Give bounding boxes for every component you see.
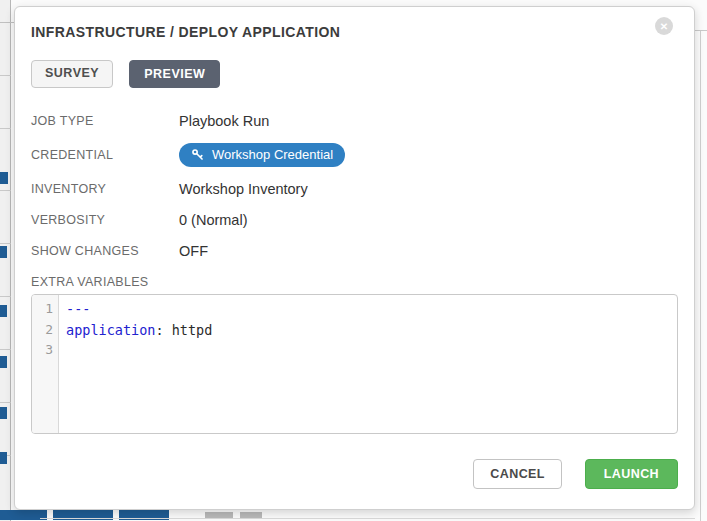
backdrop-link-fragment <box>0 172 8 184</box>
yaml-document-marker: --- <box>66 301 90 317</box>
line-number: 2 <box>32 320 53 341</box>
close-icon[interactable] <box>655 17 673 35</box>
backdrop-row-divider <box>0 349 11 350</box>
field-label: INVENTORY <box>31 182 179 196</box>
launch-button[interactable]: LAUNCH <box>585 459 678 489</box>
backdrop-left-table-edge <box>0 0 11 521</box>
extra-variables-editor[interactable]: 1 2 3 --- application: httpd <box>31 294 678 434</box>
credential-chip-label: Workshop Credential <box>212 147 333 162</box>
editor-code-area[interactable]: --- application: httpd <box>59 295 677 433</box>
credential-chip[interactable]: Workshop Credential <box>179 143 345 167</box>
backdrop-link-fragment <box>0 356 7 368</box>
modal-footer: CANCEL LAUNCH <box>31 459 678 489</box>
backdrop-row-divider <box>0 22 14 23</box>
field-value: 0 (Normal) <box>179 212 247 228</box>
cancel-button[interactable]: CANCEL <box>473 459 561 489</box>
modal-title: INFRASTRUCTURE / DEPLOY APPLICATION <box>31 22 678 40</box>
backdrop-row-divider <box>40 518 695 519</box>
code-line: application: httpd <box>66 320 677 341</box>
tab-survey[interactable]: SURVEY <box>31 60 113 88</box>
field-row-job-type: JOB TYPE Playbook Run <box>31 105 678 136</box>
field-row-verbosity: VERBOSITY 0 (Normal) <box>31 204 678 235</box>
field-label: JOB TYPE <box>31 114 179 128</box>
field-label: SHOW CHANGES <box>31 244 179 258</box>
code-line: --- <box>66 299 677 320</box>
field-row-inventory: INVENTORY Workshop Inventory <box>31 173 678 204</box>
field-label: CREDENTIAL <box>31 148 179 162</box>
backdrop-row-divider <box>0 402 11 403</box>
extra-variables-label: EXTRA VARIABLES <box>31 275 678 289</box>
field-row-credential: CREDENTIAL Workshop Credential <box>31 136 678 173</box>
backdrop-row-divider <box>0 75 11 76</box>
tab-preview[interactable]: PREVIEW <box>129 60 220 88</box>
line-number: 1 <box>32 299 53 320</box>
field-value: OFF <box>179 243 208 259</box>
yaml-value: : httpd <box>155 322 212 338</box>
key-icon <box>191 148 204 161</box>
backdrop-row-divider <box>695 30 707 31</box>
backdrop-link-fragment <box>0 407 7 419</box>
line-number: 3 <box>32 340 53 361</box>
yaml-key: application <box>66 322 155 338</box>
backdrop-link-fragment <box>0 305 7 317</box>
field-value: Playbook Run <box>179 113 269 129</box>
backdrop-row-divider <box>0 190 11 191</box>
modal-tabs: SURVEY PREVIEW <box>31 60 678 88</box>
deploy-application-modal: INFRASTRUCTURE / DEPLOY APPLICATION SURV… <box>14 6 695 510</box>
field-label: VERBOSITY <box>31 213 179 227</box>
backdrop-row-divider <box>0 128 11 129</box>
backdrop-row-divider <box>0 243 11 244</box>
backdrop-link-fragment <box>0 246 7 258</box>
field-row-show-changes: SHOW CHANGES OFF <box>31 235 678 266</box>
backdrop-row-divider <box>0 296 11 297</box>
backdrop-right-edge <box>700 30 701 521</box>
backdrop-link-fragment <box>0 452 7 464</box>
editor-line-number-gutter: 1 2 3 <box>32 295 59 433</box>
field-value: Workshop Inventory <box>179 181 308 197</box>
field-list: JOB TYPE Playbook Run CREDENTIAL Worksho… <box>31 105 678 266</box>
